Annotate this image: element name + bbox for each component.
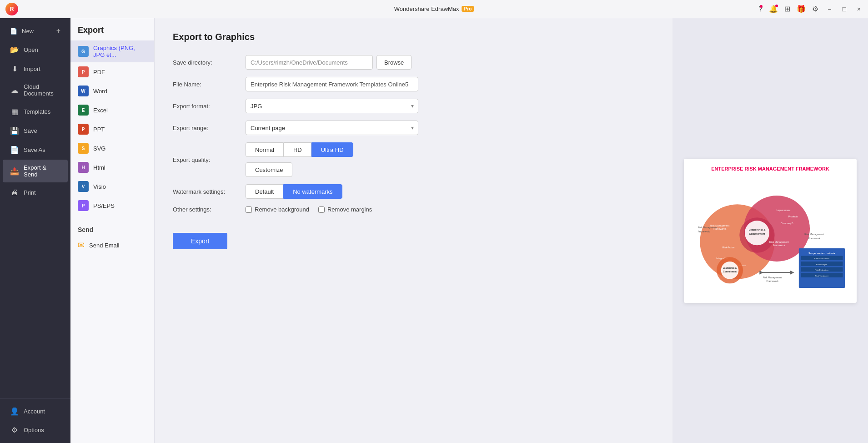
maximize-button[interactable]: □ bbox=[840, 4, 848, 15]
sidebar-label-print: Print bbox=[24, 189, 36, 196]
svg-text:Risk Treatment: Risk Treatment bbox=[815, 274, 828, 277]
svg-text:Risk Management: Risk Management bbox=[769, 241, 789, 243]
svg-text:Risk Analyse: Risk Analyse bbox=[816, 263, 828, 265]
html-format-label: Html bbox=[93, 164, 105, 171]
remove-background-checkbox[interactable] bbox=[246, 206, 252, 213]
sidebar-label-templates: Templates bbox=[24, 108, 50, 115]
graphics-format-icon: G bbox=[78, 46, 89, 57]
excel-format-label: Excel bbox=[93, 107, 108, 114]
customize-row: Customize bbox=[246, 160, 353, 177]
watermark-none-button[interactable]: No watermarks bbox=[283, 184, 342, 199]
sidebar-item-account[interactable]: 👤 Account bbox=[3, 402, 68, 420]
svg-text:Risk Management: Risk Management bbox=[763, 276, 782, 278]
export-format-visio[interactable]: V Visio bbox=[70, 177, 154, 196]
export-format-select[interactable]: JPG PNG BMP SVG TIFF GIF bbox=[246, 99, 418, 113]
remove-margins-text: Remove margins bbox=[327, 206, 372, 213]
preview-card: ENTERPRISE RISK MANAGEMENT FRAMEWORK Lea… bbox=[684, 159, 857, 303]
remove-margins-checkbox[interactable] bbox=[318, 206, 325, 213]
other-settings-label: Other settings: bbox=[173, 206, 246, 213]
save-directory-input[interactable] bbox=[246, 55, 373, 70]
preview-title-part2: MANAGEMENT FRAMEWORK bbox=[758, 166, 829, 171]
svg-text:Scope, context, criteria: Scope, context, criteria bbox=[808, 252, 835, 254]
sidebar-label-options: Options bbox=[24, 427, 44, 433]
export-quality-row: Export quality: Normal HD Ultra HD Custo… bbox=[173, 142, 654, 177]
app-body: 📄 New + 📂 Open ⬇ Import ☁ Cloud Document… bbox=[0, 18, 868, 443]
remove-margins-label[interactable]: Remove margins bbox=[318, 206, 372, 213]
export-quality-label: Export quality: bbox=[173, 156, 246, 163]
export-format-excel[interactable]: E Excel bbox=[70, 101, 154, 120]
send-title: Send bbox=[70, 222, 154, 236]
export-format-row: Export format: JPG PNG BMP SVG TIFF GIF bbox=[173, 99, 654, 113]
quality-ultrahd-button[interactable]: Ultra HD bbox=[311, 142, 353, 157]
sidebar-item-options[interactable]: ⚙ Options bbox=[3, 421, 68, 439]
svg-text:Risk-Action: Risk-Action bbox=[722, 246, 735, 249]
quality-normal-button[interactable]: Normal bbox=[246, 142, 284, 157]
browse-button[interactable]: Browse bbox=[376, 55, 411, 70]
preview-area: ENTERPRISE RISK MANAGEMENT FRAMEWORK Lea… bbox=[672, 18, 868, 443]
pseps-format-icon: P bbox=[78, 200, 89, 211]
help-icon[interactable]: ? bbox=[758, 5, 763, 13]
watermark-label: Watermark settings: bbox=[173, 188, 246, 195]
svg-text:Commitment: Commitment bbox=[749, 232, 765, 235]
settings-icon[interactable]: ⚙ bbox=[812, 5, 818, 13]
save-icon: 💾 bbox=[10, 126, 19, 135]
export-format-pseps[interactable]: P PS/EPS bbox=[70, 196, 154, 215]
sidebar-item-open[interactable]: 📂 Open bbox=[3, 40, 68, 59]
notification-icon[interactable]: 🔔 bbox=[769, 5, 778, 13]
remove-background-label[interactable]: Remove background bbox=[246, 206, 309, 213]
svg-text:Risk Evaluation: Risk Evaluation bbox=[815, 269, 829, 271]
svg-text:Risk Assessment: Risk Assessment bbox=[814, 257, 830, 260]
svg-text:Framework: Framework bbox=[767, 280, 779, 282]
svg-text:Leadership &: Leadership & bbox=[723, 267, 737, 269]
close-button[interactable]: × bbox=[855, 4, 863, 15]
sidebar-label-cloud: Cloud Documents bbox=[24, 83, 60, 97]
send-email-item[interactable]: ✉ Send Email bbox=[70, 236, 154, 254]
export-button-row: Export bbox=[173, 220, 654, 249]
watermark-group: Default No watermarks bbox=[246, 184, 342, 199]
export-format-svg[interactable]: S SVG bbox=[70, 139, 154, 158]
sidebar-label-save: Save bbox=[24, 127, 37, 134]
export-format-graphics[interactable]: G Graphics (PNG, JPG et... bbox=[70, 40, 154, 62]
export-panel: Export G Graphics (PNG, JPG et... P PDF … bbox=[70, 18, 155, 443]
sidebar-label-saveas: Save As bbox=[24, 146, 45, 153]
sidebar-item-cloud[interactable]: ☁ Cloud Documents bbox=[3, 79, 68, 101]
file-name-row: File Name: bbox=[173, 77, 654, 91]
pdf-format-icon: P bbox=[78, 66, 89, 77]
sidebar-item-templates[interactable]: ▦ Templates bbox=[3, 102, 68, 121]
export-format-ppt[interactable]: P PPT bbox=[70, 120, 154, 139]
grid-icon[interactable]: ⊞ bbox=[784, 5, 790, 13]
file-name-input[interactable] bbox=[246, 77, 418, 91]
export-format-pdf[interactable]: P PDF bbox=[70, 62, 154, 81]
sidebar-item-print[interactable]: 🖨 Print bbox=[3, 183, 68, 201]
minimize-button[interactable]: − bbox=[826, 4, 833, 15]
pseps-format-label: PS/EPS bbox=[93, 202, 115, 209]
export-format-wrapper: JPG PNG BMP SVG TIFF GIF bbox=[246, 99, 418, 113]
export-button[interactable]: Export bbox=[173, 233, 227, 249]
sidebar-item-export[interactable]: 📤 Export & Send bbox=[3, 160, 68, 182]
visio-format-label: Visio bbox=[93, 183, 106, 190]
quality-hd-button[interactable]: HD bbox=[284, 142, 311, 157]
page-title: Export to Graphics bbox=[173, 32, 654, 42]
sidebar-item-new[interactable]: 📄 New + bbox=[3, 22, 68, 40]
pro-badge: Pro bbox=[462, 6, 474, 12]
watermark-default-button[interactable]: Default bbox=[246, 184, 283, 199]
avatar[interactable]: R bbox=[5, 3, 18, 15]
main-content: Export to Graphics Save directory: Brows… bbox=[155, 18, 672, 443]
export-format-html[interactable]: H Html bbox=[70, 158, 154, 177]
watermark-row: Watermark settings: Default No watermark… bbox=[173, 184, 654, 199]
customize-button[interactable]: Customize bbox=[246, 162, 292, 177]
sidebar-item-saveas[interactable]: 📄 Save As bbox=[3, 141, 68, 159]
word-format-icon: W bbox=[78, 86, 89, 96]
templates-icon: ▦ bbox=[10, 107, 19, 116]
export-icon: 📤 bbox=[10, 166, 19, 176]
export-format-word[interactable]: W Word bbox=[70, 81, 154, 101]
ppt-format-label: PPT bbox=[93, 126, 105, 133]
other-settings-row: Other settings: Remove background Remove… bbox=[173, 206, 654, 213]
gift-icon[interactable]: 🎁 bbox=[797, 5, 806, 13]
svg-text:Improvement: Improvement bbox=[777, 208, 791, 211]
remove-background-text: Remove background bbox=[255, 206, 309, 213]
export-range-select[interactable]: Current page All pages Selected shapes bbox=[246, 121, 418, 135]
sidebar-item-save[interactable]: 💾 Save bbox=[3, 121, 68, 140]
export-range-label: Export range: bbox=[173, 125, 246, 131]
sidebar-item-import[interactable]: ⬇ Import bbox=[3, 60, 68, 78]
